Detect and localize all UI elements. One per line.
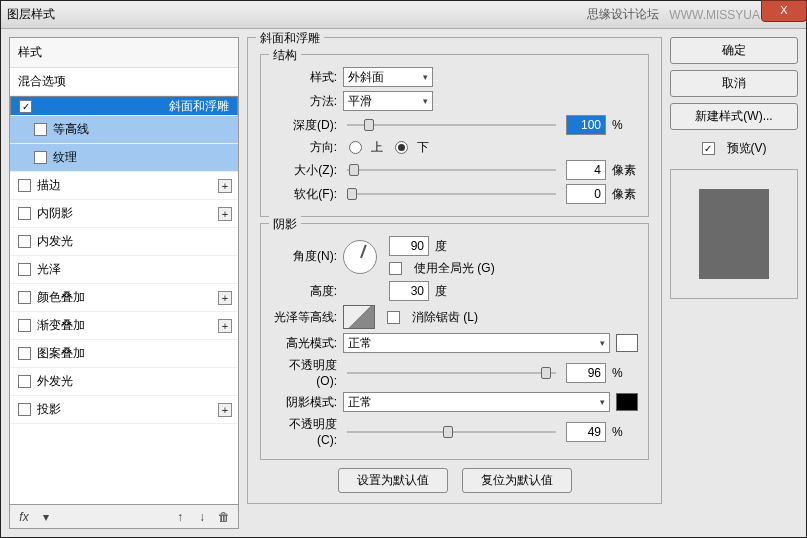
- shadow-opacity-input[interactable]: 49: [566, 422, 606, 442]
- size-slider[interactable]: [347, 163, 556, 177]
- style-label: 内阴影: [37, 205, 73, 222]
- style-label: 图案叠加: [37, 345, 85, 362]
- direction-up-radio[interactable]: [349, 141, 362, 154]
- trash-icon[interactable]: 🗑: [216, 510, 232, 524]
- global-light-checkbox[interactable]: [389, 262, 402, 275]
- gloss-contour-picker[interactable]: [343, 305, 375, 329]
- checkbox-icon[interactable]: [18, 263, 31, 276]
- fx-icon[interactable]: fx: [16, 510, 32, 524]
- style-texture[interactable]: 纹理: [10, 144, 238, 172]
- shading-legend: 阴影: [269, 216, 301, 233]
- altitude-input[interactable]: 30: [389, 281, 429, 301]
- checkbox-icon[interactable]: [18, 235, 31, 248]
- style-drop-shadow[interactable]: 投影+: [10, 396, 238, 424]
- cancel-button[interactable]: 取消: [670, 70, 798, 97]
- highlight-opacity-unit: %: [612, 366, 638, 380]
- preview-swatch: [699, 189, 769, 279]
- style-inner-shadow[interactable]: 内阴影+: [10, 200, 238, 228]
- plus-icon[interactable]: +: [218, 319, 232, 333]
- soften-input[interactable]: 0: [566, 184, 606, 204]
- structure-legend: 结构: [269, 47, 301, 64]
- settings-panel: 斜面和浮雕 结构 样式: 外斜面▾ 方法: 平滑▾ 深度(D): 100 % 方…: [247, 37, 662, 529]
- style-gradient-overlay[interactable]: 渐变叠加+: [10, 312, 238, 340]
- styles-footer: fx ▾ ↑ ↓ 🗑: [9, 505, 239, 529]
- highlight-color-swatch[interactable]: [616, 334, 638, 352]
- checkbox-icon[interactable]: [18, 207, 31, 220]
- style-select[interactable]: 外斜面▾: [343, 67, 433, 87]
- close-button[interactable]: X: [761, 0, 807, 22]
- technique-select[interactable]: 平滑▾: [343, 91, 433, 111]
- checkbox-icon[interactable]: [19, 100, 32, 113]
- shading-group: 阴影 角度(N): 90 度 使用全局光 (G) 高度:: [260, 223, 649, 460]
- preview-toggle[interactable]: 预览(V): [670, 140, 798, 157]
- size-input[interactable]: 4: [566, 160, 606, 180]
- style-inner-glow[interactable]: 内发光: [10, 228, 238, 256]
- make-default-button[interactable]: 设置为默认值: [338, 468, 448, 493]
- checkbox-icon[interactable]: [18, 375, 31, 388]
- ok-button[interactable]: 确定: [670, 37, 798, 64]
- style-pattern-overlay[interactable]: 图案叠加: [10, 340, 238, 368]
- checkbox-icon[interactable]: [18, 291, 31, 304]
- styles-header[interactable]: 样式: [10, 38, 238, 68]
- highlight-opacity-input[interactable]: 96: [566, 363, 606, 383]
- technique-label: 方法:: [271, 93, 337, 110]
- chevron-down-icon: ▾: [600, 397, 605, 407]
- angle-unit: 度: [435, 238, 447, 255]
- default-buttons: 设置为默认值 复位为默认值: [260, 468, 649, 493]
- highlight-mode-select[interactable]: 正常▾: [343, 333, 610, 353]
- shadow-color-swatch[interactable]: [616, 393, 638, 411]
- preview-checkbox[interactable]: [702, 142, 715, 155]
- checkbox-icon[interactable]: [18, 403, 31, 416]
- blend-options-row[interactable]: 混合选项: [10, 68, 238, 96]
- style-outer-glow[interactable]: 外发光: [10, 368, 238, 396]
- soften-unit: 像素: [612, 186, 638, 203]
- checkbox-icon[interactable]: [34, 123, 47, 136]
- style-label: 渐变叠加: [37, 317, 85, 334]
- reset-default-button[interactable]: 复位为默认值: [462, 468, 572, 493]
- new-style-button[interactable]: 新建样式(W)...: [670, 103, 798, 130]
- plus-icon[interactable]: +: [218, 291, 232, 305]
- move-up-icon[interactable]: ↑: [172, 510, 188, 524]
- plus-icon[interactable]: +: [218, 179, 232, 193]
- angle-wheel[interactable]: [343, 240, 377, 274]
- direction-down-radio[interactable]: [395, 141, 408, 154]
- style-color-overlay[interactable]: 颜色叠加+: [10, 284, 238, 312]
- style-label: 外发光: [37, 373, 73, 390]
- depth-label: 深度(D):: [271, 117, 337, 134]
- plus-icon[interactable]: +: [218, 403, 232, 417]
- shadow-opacity-slider[interactable]: [347, 425, 556, 439]
- brand-text: 思缘设计论坛: [587, 6, 659, 23]
- style-label: 光泽: [37, 261, 61, 278]
- styles-list: 样式 混合选项 斜面和浮雕 等高线 纹理 描边+ 内阴影+ 内发光 光泽 颜色叠…: [9, 37, 239, 505]
- style-label: 样式:: [271, 69, 337, 86]
- chevron-down-icon: ▾: [423, 96, 428, 106]
- blend-options-label: 混合选项: [18, 73, 66, 90]
- checkbox-icon[interactable]: [18, 347, 31, 360]
- style-label: 内发光: [37, 233, 73, 250]
- checkbox-icon[interactable]: [18, 319, 31, 332]
- style-label: 斜面和浮雕: [169, 98, 229, 115]
- direction-label: 方向:: [271, 139, 337, 156]
- shadow-mode-select[interactable]: 正常▾: [343, 392, 610, 412]
- angle-input[interactable]: 90: [389, 236, 429, 256]
- shadow-opacity-label: 不透明度(C):: [271, 416, 337, 447]
- depth-input[interactable]: 100: [566, 115, 606, 135]
- soften-slider[interactable]: [347, 187, 556, 201]
- depth-slider[interactable]: [347, 118, 556, 132]
- style-label: 纹理: [53, 149, 77, 166]
- style-bevel-emboss[interactable]: 斜面和浮雕: [10, 96, 238, 116]
- depth-unit: %: [612, 118, 638, 132]
- antialias-checkbox[interactable]: [387, 311, 400, 324]
- highlight-opacity-slider[interactable]: [347, 366, 556, 380]
- plus-icon[interactable]: +: [218, 207, 232, 221]
- style-stroke[interactable]: 描边+: [10, 172, 238, 200]
- highlight-mode-label: 高光模式:: [271, 335, 337, 352]
- style-satin[interactable]: 光泽: [10, 256, 238, 284]
- titlebar[interactable]: 图层样式 思缘设计论坛 WWW.MISSYUAN.COM X: [1, 1, 806, 29]
- style-contour[interactable]: 等高线: [10, 116, 238, 144]
- style-label: 等高线: [53, 121, 89, 138]
- move-down-icon[interactable]: ↓: [194, 510, 210, 524]
- chevron-down-icon[interactable]: ▾: [38, 510, 54, 524]
- checkbox-icon[interactable]: [34, 151, 47, 164]
- checkbox-icon[interactable]: [18, 179, 31, 192]
